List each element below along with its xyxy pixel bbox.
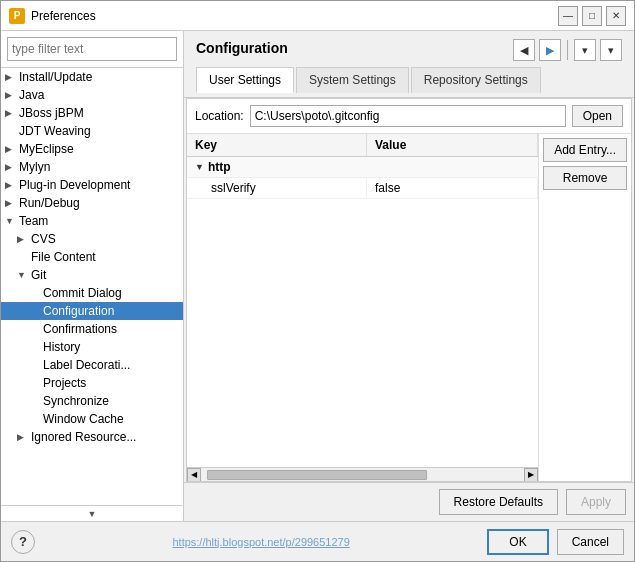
tree-item-history[interactable]: History [1, 338, 183, 356]
scroll-right-btn[interactable]: ▶ [524, 468, 538, 482]
tree-arrow-icon: ▶ [5, 198, 19, 208]
tree-item-myeclipse[interactable]: ▶MyEclipse [1, 140, 183, 158]
filter-box [1, 31, 183, 68]
app-icon: P [9, 8, 25, 24]
tab-repository-settings[interactable]: Repository Settings [411, 67, 541, 93]
tree-item-plugin-development[interactable]: ▶Plug-in Development [1, 176, 183, 194]
ok-button[interactable]: OK [487, 529, 548, 555]
tree-arrow-icon: ▶ [5, 162, 19, 172]
tree-item-window-cache[interactable]: Window Cache [1, 410, 183, 428]
right-panel: Configuration ◀ ▶ ▾ ▾ User SettingsSyste… [184, 31, 634, 521]
table-header: Key Value [187, 134, 538, 157]
scroll-left-btn[interactable]: ◀ [187, 468, 201, 482]
tree-item-label: File Content [31, 250, 96, 264]
tree-item-label: JDT Weaving [19, 124, 91, 138]
main-content: ▶Install/Update▶Java▶JBoss jBPMJDT Weavi… [1, 31, 634, 521]
tree-item-java[interactable]: ▶Java [1, 86, 183, 104]
tree-arrow-icon: ▼ [17, 270, 31, 280]
dropdown-button[interactable]: ▾ [574, 39, 596, 61]
watermark-text: https://hltj.blogspot.net/p/299651279 [172, 536, 349, 548]
tree-item-team[interactable]: ▼Team [1, 212, 183, 230]
maximize-button[interactable]: □ [582, 6, 602, 26]
tree-item-jboss-jbpm[interactable]: ▶JBoss jBPM [1, 104, 183, 122]
scroll-thumb[interactable] [207, 470, 427, 480]
tab-system-settings[interactable]: System Settings [296, 67, 409, 93]
add-entry-button[interactable]: Add Entry... [543, 138, 627, 162]
tabs-row: User SettingsSystem SettingsRepository S… [196, 67, 622, 93]
tree-item-ignored-resources[interactable]: ▶Ignored Resource... [1, 428, 183, 446]
left-panel: ▶Install/Update▶Java▶JBoss jBPMJDT Weavi… [1, 31, 184, 521]
toolbar-separator [567, 40, 568, 60]
location-label: Location: [195, 109, 244, 123]
help-button[interactable]: ? [11, 530, 35, 554]
tree-item-confirmations[interactable]: Confirmations [1, 320, 183, 338]
tree-arrow-icon: ▼ [5, 216, 19, 226]
tree-arrow-icon: ▶ [5, 180, 19, 190]
tree-item-git[interactable]: ▼Git [1, 266, 183, 284]
tree-arrow-icon: ▶ [17, 432, 31, 442]
tree-item-label: Git [31, 268, 46, 282]
cancel-button[interactable]: Cancel [557, 529, 624, 555]
tree-item-run-debug[interactable]: ▶Run/Debug [1, 194, 183, 212]
tree-item-file-content[interactable]: File Content [1, 248, 183, 266]
forward-button[interactable]: ▶ [539, 39, 561, 61]
window-controls: — □ ✕ [558, 6, 626, 26]
filter-input[interactable] [7, 37, 177, 61]
more-button[interactable]: ▾ [600, 39, 622, 61]
tree-item-label: JBoss jBPM [19, 106, 84, 120]
tree-arrow-icon: ▶ [5, 108, 19, 118]
open-button[interactable]: Open [572, 105, 623, 127]
value-cell: false [367, 178, 538, 198]
tree-item-synchronize[interactable]: Synchronize [1, 392, 183, 410]
tab-user-settings[interactable]: User Settings [196, 67, 294, 93]
apply-button[interactable]: Apply [566, 489, 626, 515]
tree-item-label: Ignored Resource... [31, 430, 136, 444]
tree-item-label: Mylyn [19, 160, 50, 174]
location-input[interactable] [250, 105, 566, 127]
tree-item-label: CVS [31, 232, 56, 246]
footer-actions: OK Cancel [487, 529, 624, 555]
tree-item-label: History [43, 340, 80, 354]
group-http[interactable]: ▼ http [187, 157, 538, 178]
config-body: Location: Open Key Value ▼ http [186, 98, 632, 482]
tree-item-label: Synchronize [43, 394, 109, 408]
tree-item-label: Configuration [43, 304, 114, 318]
close-button[interactable]: ✕ [606, 6, 626, 26]
location-row: Location: Open [187, 99, 631, 134]
table-rows: ▼ http sslVerify false [187, 157, 538, 467]
horizontal-scrollbar[interactable]: ◀ ▶ [187, 467, 538, 481]
tree-item-cvs[interactable]: ▶CVS [1, 230, 183, 248]
tree-item-label: Commit Dialog [43, 286, 122, 300]
tree-item-label: Plug-in Development [19, 178, 130, 192]
table-row[interactable]: sslVerify false [187, 178, 538, 199]
tree-item-projects[interactable]: Projects [1, 374, 183, 392]
table-area: Key Value ▼ http sslVerify false [187, 134, 538, 481]
title-bar: P Preferences — □ ✕ [1, 1, 634, 31]
tree-item-label: Confirmations [43, 322, 117, 336]
tree-item-label: Run/Debug [19, 196, 80, 210]
key-column-header: Key [187, 134, 367, 156]
tree-item-commit-dialog[interactable]: Commit Dialog [1, 284, 183, 302]
config-footer: Restore Defaults Apply [184, 482, 634, 521]
tree-arrow-icon: ▶ [5, 72, 19, 82]
tree-arrow-icon: ▶ [5, 144, 19, 154]
tree-item-install-update[interactable]: ▶Install/Update [1, 68, 183, 86]
tree-scroll-down[interactable]: ▼ [1, 505, 183, 521]
toolbar: ◀ ▶ ▾ ▾ [513, 39, 622, 61]
tree-item-jdt-weaving[interactable]: JDT Weaving [1, 122, 183, 140]
remove-button[interactable]: Remove [543, 166, 627, 190]
restore-defaults-button[interactable]: Restore Defaults [439, 489, 558, 515]
window-title: Preferences [31, 9, 558, 23]
preferences-window: P Preferences — □ ✕ ▶Install/Update▶Java… [0, 0, 635, 562]
tree-item-mylyn[interactable]: ▶Mylyn [1, 158, 183, 176]
tree-arrow-icon: ▶ [17, 234, 31, 244]
tree-item-label-decorations[interactable]: Label Decorati... [1, 356, 183, 374]
tree-item-label: Install/Update [19, 70, 92, 84]
back-button[interactable]: ◀ [513, 39, 535, 61]
tree-item-label: Window Cache [43, 412, 124, 426]
tree-item-label: Projects [43, 376, 86, 390]
tree-item-configuration[interactable]: Configuration [1, 302, 183, 320]
window-footer: ? https://hltj.blogspot.net/p/299651279 … [1, 521, 634, 561]
minimize-button[interactable]: — [558, 6, 578, 26]
group-name: http [208, 160, 231, 174]
